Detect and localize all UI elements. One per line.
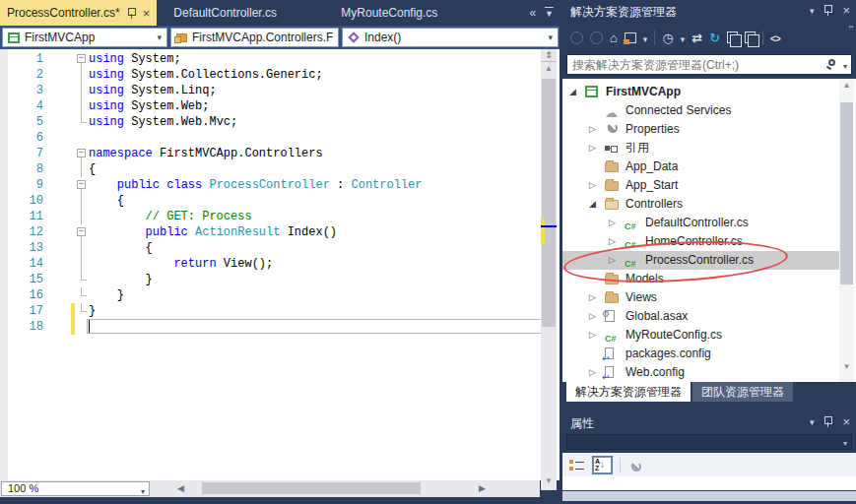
properties-grid[interactable]	[562, 476, 856, 490]
fold-box-icon[interactable]	[77, 149, 86, 158]
pin-icon[interactable]	[823, 5, 832, 16]
view-code-icon[interactable]	[770, 32, 780, 44]
fold-box-icon[interactable]	[77, 180, 86, 189]
fold-box-icon[interactable]	[77, 54, 86, 63]
caret-icon[interactable]	[643, 32, 648, 44]
scroll-right-arrow[interactable]: ▶	[479, 481, 486, 496]
pending-changes-icon[interactable]	[662, 32, 673, 44]
expand-arrow-icon[interactable]: ▷	[609, 214, 616, 232]
object-selector-dropdown[interactable]: ▾	[566, 434, 852, 450]
code-line[interactable]: 9 public class ProcessController : Contr…	[0, 177, 560, 193]
navigation-dropdown[interactable]: FirstMVCApp.Controllers.F▾	[170, 28, 339, 47]
zoom-level-dropdown[interactable]: 100 % ▾	[1, 481, 150, 496]
window-position-icon[interactable]: ▾	[810, 417, 815, 427]
tree-item-connected-services[interactable]: Connected Services	[562, 101, 856, 120]
navigation-dropdown[interactable]: FirstMVCApp▾	[2, 28, 167, 47]
expand-arrow-icon[interactable]: ▷	[609, 232, 616, 251]
tree-item-web-config[interactable]: ▷Web.config	[562, 363, 856, 382]
tree-item-controllers[interactable]: ◢Controllers	[562, 195, 856, 214]
code-line[interactable]: 1using System;	[0, 51, 560, 67]
code-line[interactable]: 14 return View();	[0, 256, 560, 272]
code-line[interactable]: 7namespace FirstMVCApp.Controllers	[0, 146, 560, 161]
toolbar-overflow-button[interactable]	[849, 24, 853, 35]
expand-arrow-icon[interactable]: ▷	[609, 251, 616, 270]
scroll-up-arrow[interactable]: ▲	[541, 62, 557, 75]
expand-arrow-icon[interactable]: ▷	[589, 288, 596, 307]
tree-item-global-asax[interactable]: ▷Global.asax	[562, 307, 856, 326]
tree-item-app-data[interactable]: App_Data	[562, 158, 856, 176]
navigation-dropdown[interactable]: Index()▾	[342, 28, 559, 47]
code-line[interactable]: 13 {	[0, 240, 560, 256]
code-editor[interactable]: 1using System;2using System.Collections.…	[0, 49, 560, 480]
tree-item-models[interactable]: Models	[562, 270, 856, 288]
code-line[interactable]: 18	[0, 319, 560, 335]
code-line[interactable]: 17}	[0, 303, 560, 319]
expand-arrow-icon[interactable]: ▷	[589, 139, 596, 158]
collapse-arrow-icon[interactable]: ◢	[569, 83, 576, 101]
tree-item-app-start[interactable]: ▷App_Start	[562, 176, 856, 195]
active-files-dropdown-icon[interactable]: ▼	[545, 7, 554, 19]
tree-item-properties[interactable]: ▷Properties	[562, 120, 856, 139]
scroll-down-arrow[interactable]: ▼	[839, 362, 854, 371]
tool-window-tab[interactable]: 解决方案资源管理器	[566, 382, 691, 402]
tree-scrollbar-thumb[interactable]	[840, 102, 853, 284]
tree-item--[interactable]: ▷引用	[562, 139, 856, 158]
code-line[interactable]: 15 }	[0, 272, 560, 287]
search-icon[interactable]	[828, 59, 835, 66]
pin-icon[interactable]	[823, 416, 832, 427]
view-switcher-icon[interactable]	[625, 32, 636, 43]
code-line[interactable]: 2using System.Collections.Generic;	[0, 67, 560, 83]
collapse-arrow-icon[interactable]: ◢	[589, 195, 596, 214]
code-line[interactable]: 5using System.Web.Mvc;	[0, 114, 560, 130]
expand-arrow-icon[interactable]: ▷	[589, 363, 596, 382]
tool-window-tab[interactable]: 团队资源管理器	[692, 382, 793, 402]
show-all-files-icon[interactable]	[745, 32, 756, 43]
code-line[interactable]: 11 // GET: Process	[0, 209, 560, 224]
code-line[interactable]: 10 {	[0, 193, 560, 209]
tree-item-packages-config[interactable]: packages.config	[562, 345, 856, 363]
tree-item-processcontroller-cs[interactable]: ▷ProcessController.cs	[562, 251, 839, 270]
expand-arrow-icon[interactable]: ▷	[589, 307, 596, 326]
alphabetical-sort-icon[interactable]: AZ ↓	[593, 457, 612, 473]
tree-vertical-scrollbar[interactable]: ▲ ▼	[839, 79, 854, 382]
scroll-tabs-left-icon[interactable]: «	[529, 6, 536, 20]
categorized-view-icon[interactable]	[569, 459, 585, 472]
tree-item-myrouteconfig-cs[interactable]: ▷MyRouteConfig.cs	[562, 326, 856, 345]
split-window-handle[interactable]: ⇕	[541, 49, 557, 62]
code-line[interactable]: 6	[0, 130, 560, 146]
sync-icon[interactable]	[691, 32, 702, 44]
expand-arrow-icon[interactable]: ▷	[589, 176, 596, 195]
back-icon[interactable]	[570, 32, 583, 44]
tree-item-homecontroller-cs[interactable]: ▷HomeController.cs	[562, 232, 856, 251]
collapse-all-icon[interactable]	[727, 32, 738, 43]
code-line[interactable]: 8{	[0, 161, 560, 177]
forward-icon[interactable]	[590, 32, 603, 44]
close-icon[interactable]: ×	[842, 415, 850, 428]
window-position-icon[interactable]: ▾	[810, 6, 815, 16]
expand-arrow-icon[interactable]: ▷	[589, 326, 596, 345]
editor-vertical-scrollbar[interactable]: ⇕ ▲ ▼	[541, 49, 557, 490]
close-icon[interactable]: ×	[842, 4, 850, 17]
scroll-up-arrow[interactable]: ▲	[839, 81, 854, 90]
close-icon[interactable]: ×	[143, 7, 151, 20]
scroll-left-arrow[interactable]: ◀	[177, 481, 184, 496]
editor-tab[interactable]: MyRouteConfig.cs	[335, 0, 479, 26]
scroll-down-arrow[interactable]: ▼	[541, 474, 557, 488]
search-input[interactable]	[567, 55, 822, 74]
fold-box-icon[interactable]	[77, 227, 86, 236]
editor-tab[interactable]: DefaultController.cs	[157, 0, 335, 26]
code-line[interactable]: 3using System.Linq;	[0, 83, 560, 98]
caret-icon[interactable]	[681, 32, 686, 44]
chevron-down-icon[interactable]: ▾	[843, 62, 847, 71]
code-line[interactable]: 12 public ActionResult Index()	[0, 224, 560, 240]
refresh-icon[interactable]	[709, 32, 720, 44]
vertical-scrollbar-thumb[interactable]	[542, 79, 556, 327]
home-icon[interactable]	[610, 32, 618, 44]
tree-item-defaultcontroller-cs[interactable]: ▷DefaultController.cs	[562, 214, 856, 232]
editor-tab-active[interactable]: ProcessController.cs*×	[0, 0, 157, 26]
tree-item-firstmvcapp[interactable]: ◢FirstMVCApp	[562, 83, 856, 101]
pin-icon[interactable]	[127, 8, 136, 19]
horizontal-scrollbar-thumb[interactable]	[202, 482, 421, 494]
code-line[interactable]: 4using System.Web;	[0, 98, 560, 114]
code-line[interactable]: 16 }	[0, 287, 560, 303]
